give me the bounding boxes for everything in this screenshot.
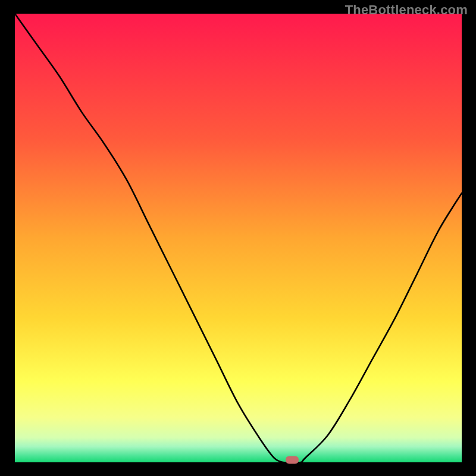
plot-area (15, 14, 462, 462)
chart-frame: TheBottleneck.com (0, 0, 476, 476)
bottleneck-marker (286, 456, 299, 464)
watermark-text: TheBottleneck.com (345, 2, 468, 18)
curve-line (15, 14, 462, 462)
